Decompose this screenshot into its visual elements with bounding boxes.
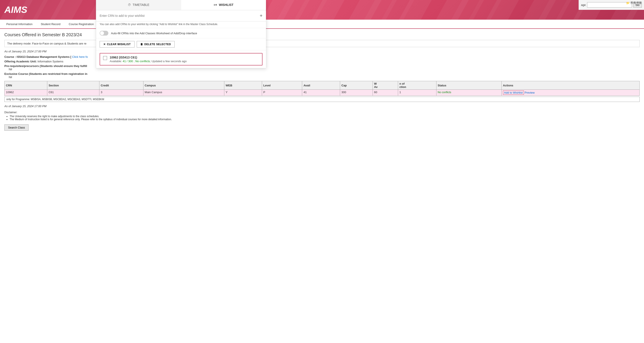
cell-crn: 10962 — [4, 90, 47, 96]
timetable-clock-icon: ⏱ — [128, 3, 131, 7]
action-buttons-row: ✕ CLEAR WISHLIST 🗑 DELETE SELECTED — [96, 38, 266, 50]
cell-credit: 3 — [100, 90, 144, 96]
col-actions: Actions — [502, 81, 640, 90]
delete-trash-icon: 🗑 — [140, 43, 143, 46]
wishlist-item-checkbox[interactable] — [103, 56, 107, 60]
col-avail: Avail — [302, 81, 340, 90]
panel-tabs: ⏱ TIMETABLE ≡+ WISHLIST — [96, 0, 266, 10]
wishlist-conflict-status: No conflicts — [136, 60, 150, 63]
main-content: Courses Offered in Semester B 2023/24 Th… — [0, 29, 644, 343]
col-credit: Credit — [100, 81, 144, 90]
tab-course-registration[interactable]: Course Registration — [64, 20, 98, 28]
offering-unit-label: Offering Academic Unit: — [4, 60, 37, 63]
wishlist-list-icon: ≡+ — [214, 3, 217, 7]
disclaimer-item-1: The University reserves the right to mak… — [10, 115, 640, 118]
offering-unit-value: Information Systems — [38, 60, 64, 63]
preview-link[interactable]: Preview — [524, 91, 534, 94]
col-campus: Campus — [143, 81, 224, 90]
page-search-input[interactable] — [587, 2, 632, 8]
autofill-toggle[interactable] — [100, 31, 108, 36]
col-level: Level — [262, 81, 302, 90]
wishlist-item-title: 10962 (IS5413 C61) — [110, 56, 186, 59]
col-n-of-action: n ofction — [398, 81, 436, 90]
cell-section: C61 — [47, 90, 99, 96]
cell-web: Y — [224, 90, 262, 96]
as-of-date-2: As of January 15, 2024 17:00 PM — [4, 105, 640, 108]
prereq-value: Nil — [4, 68, 12, 71]
table-row: 10962 C61 3 Main Campus Y P 41 300 60 1 … — [4, 90, 640, 96]
exclusive-label: Exclusive Course (Students are restricte… — [4, 72, 88, 76]
disclaimer-list: The University reserves the right to mak… — [10, 115, 640, 121]
wishlist-item-status: Available: 41 / 300 ; No conflicts; Upda… — [110, 60, 186, 63]
wishlist-updated-time: Updated a few seconds ago — [152, 60, 186, 63]
folder-icon: 📁 — [626, 1, 630, 5]
wishlist-tab-label: WISHLIST — [219, 3, 234, 7]
cell-n-of-action: 1 — [398, 90, 436, 96]
cell-actions: Add to Wishlist Preview — [502, 90, 640, 96]
autofill-toggle-row: Auto-fill CRNs into the Add Classes Work… — [96, 28, 266, 38]
disclaimer: Disclaimer: The University reserves the … — [4, 111, 640, 121]
course-link[interactable]: Click here fo — [72, 55, 88, 59]
col-crn: CRN — [4, 81, 47, 90]
autofill-toggle-label: Auto-fill CRNs into the Add Classes Work… — [111, 32, 197, 35]
programme-note: only for Programme: MSBISA, MSBISB, MSCB… — [4, 97, 640, 102]
folder-text: 所有书签 — [630, 1, 642, 5]
cell-level: P — [262, 90, 302, 96]
exclusive: Exclusive Course (Students are restricte… — [4, 72, 640, 79]
tab-wishlist[interactable]: ≡+ WISHLIST — [181, 0, 266, 10]
clear-x-icon: ✕ — [103, 43, 106, 46]
crn-input-row: + — [96, 10, 266, 21]
add-to-wishlist-link[interactable]: Add to Wishlist — [503, 91, 524, 95]
folder-bookmarks-area[interactable]: 📁 所有书签 — [626, 1, 642, 5]
info-box-text: The delivery mode: Face-to-Face on campu… — [7, 42, 86, 45]
tab-personal-information[interactable]: Personal Information — [2, 20, 37, 28]
col-w: WAv — [372, 81, 398, 90]
col-status: Status — [436, 81, 502, 90]
search-class-button[interactable]: Search Class — [4, 124, 28, 131]
tab-student-record[interactable]: Student Record — [37, 20, 64, 28]
col-cap: Cap — [340, 81, 373, 90]
course-table: CRN Section Credit Campus WEB Level Avai… — [4, 81, 640, 96]
course-label: Course : IS5413 Database Management Syst… — [4, 55, 71, 59]
exclusive-value: Nil — [4, 76, 12, 79]
disclaimer-title: Disclaimer: — [4, 111, 17, 114]
crn-input[interactable] — [100, 14, 258, 18]
clear-wishlist-label: CLEAR WISHLIST — [107, 43, 131, 46]
cell-campus: Main Campus — [143, 90, 224, 96]
disclaimer-item-2: The Medium of Instruction listed is for … — [10, 118, 640, 121]
delete-selected-button[interactable]: 🗑 DELETE SELECTED — [137, 41, 175, 48]
col-web: WEB — [224, 81, 262, 90]
tab-timetable[interactable]: ⏱ TIMETABLE — [96, 0, 181, 10]
aims-logo: AIMS — [4, 5, 27, 15]
hint-text: You can also add CRNs to your wishlist b… — [96, 21, 266, 28]
cell-cap: 300 — [340, 90, 373, 96]
crn-add-button[interactable]: + — [260, 13, 262, 19]
clear-wishlist-button[interactable]: ✕ CLEAR WISHLIST — [100, 41, 134, 48]
prereq-label: Pre-requisites/precursors (Students shou… — [4, 64, 87, 68]
cell-status: No conflicts — [436, 90, 502, 96]
cell-w: 60 — [372, 90, 398, 96]
cell-avail: 41 — [302, 90, 340, 96]
page-label: age — [581, 3, 586, 7]
wishlist-item-info: 10962 (IS5413 C61) Available: 41 / 300 ;… — [110, 56, 186, 63]
col-section: Section — [47, 81, 99, 90]
wishlist-panel: ⏱ TIMETABLE ≡+ WISHLIST + You can also a… — [96, 0, 266, 68]
timetable-tab-label: TIMETABLE — [132, 3, 149, 7]
delete-selected-label: DELETE SELECTED — [144, 43, 171, 46]
status-no-conflicts: No conflicts — [438, 91, 451, 94]
wishlist-item: 10962 (IS5413 C61) Available: 41 / 300 ;… — [100, 53, 262, 66]
wishlist-available-count: 41 / 300 — [123, 60, 134, 63]
